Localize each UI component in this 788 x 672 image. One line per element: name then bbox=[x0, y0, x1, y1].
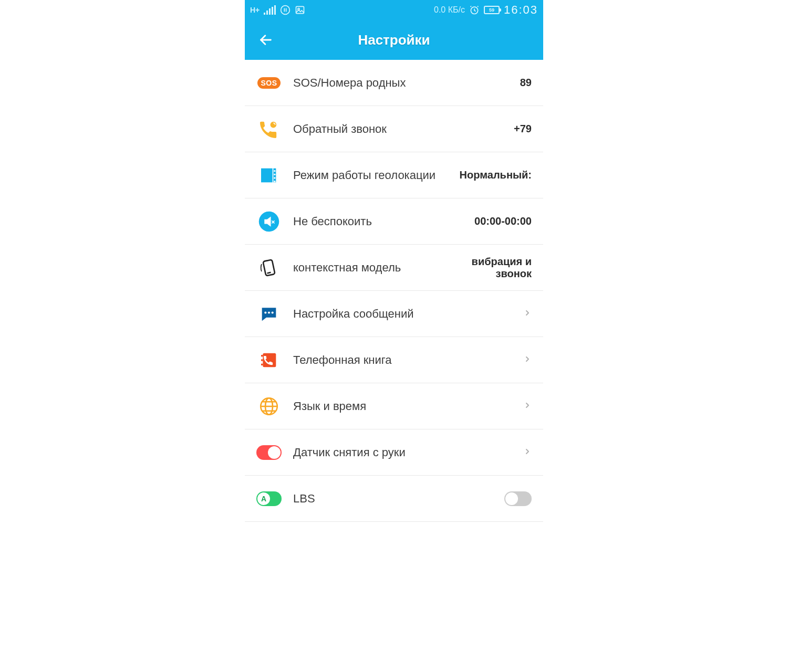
svg-point-12 bbox=[274, 177, 275, 178]
item-dnd-label: Не беспокоить bbox=[293, 215, 474, 228]
app-header: Настройки bbox=[245, 20, 543, 60]
svg-rect-3 bbox=[296, 6, 304, 13]
messages-icon bbox=[256, 301, 282, 327]
svg-rect-25 bbox=[261, 363, 263, 365]
svg-rect-8 bbox=[261, 168, 273, 182]
item-dnd[interactable]: Не беспокоить 00:00-00:00 bbox=[245, 198, 543, 245]
page-title: Настройки bbox=[245, 32, 543, 48]
item-language-time-label: Язык и время bbox=[293, 400, 519, 413]
data-rate-label: 0.0 КБ/с bbox=[434, 5, 465, 15]
signal-icon bbox=[264, 5, 276, 15]
item-profile-value: вибрация и звонок bbox=[437, 256, 532, 280]
item-callback-label: Обратный звонок bbox=[293, 122, 514, 136]
item-lbs[interactable]: LBS bbox=[245, 476, 543, 522]
item-messages-label: Настройка сообщений bbox=[293, 307, 519, 321]
item-geolocation-mode[interactable]: Режим работы геолокации Нормальный: bbox=[245, 152, 543, 198]
item-sos-value: 89 bbox=[520, 77, 532, 89]
item-callback-value: +79 bbox=[514, 123, 532, 135]
status-bar: H+ 0.0 КБ/с 59 16:03 bbox=[245, 0, 543, 20]
item-language-time[interactable]: Язык и время bbox=[245, 383, 543, 429]
status-left: H+ bbox=[250, 5, 305, 15]
pause-circle-icon bbox=[280, 5, 291, 15]
svg-point-10 bbox=[274, 170, 275, 172]
item-phonebook-label: Телефонная книга bbox=[293, 353, 519, 367]
item-lbs-label: LBS bbox=[293, 492, 504, 506]
vibrate-phone-icon bbox=[256, 255, 282, 280]
item-callback[interactable]: Обратный звонок +79 bbox=[245, 106, 543, 152]
network-type-indicator: H+ bbox=[250, 6, 260, 14]
phone-frame: H+ 0.0 КБ/с 59 16:03 Настройки SOS SOS/Н… bbox=[245, 0, 543, 672]
battery-icon: 59 bbox=[484, 6, 500, 14]
item-dnd-value: 00:00-00:00 bbox=[474, 215, 532, 227]
svg-point-19 bbox=[264, 311, 266, 313]
geolocation-icon bbox=[256, 163, 282, 188]
svg-rect-24 bbox=[261, 359, 263, 361]
back-button[interactable] bbox=[255, 29, 276, 50]
status-right: 0.0 КБ/с 59 16:03 bbox=[434, 3, 538, 17]
item-profile[interactable]: контекстная модель вибрация и звонок bbox=[245, 245, 543, 291]
chevron-right-icon bbox=[523, 309, 532, 319]
svg-point-0 bbox=[281, 6, 290, 15]
arrow-left-icon bbox=[258, 33, 273, 47]
svg-rect-23 bbox=[261, 355, 263, 356]
picture-icon bbox=[295, 5, 305, 15]
globe-icon bbox=[256, 394, 282, 419]
alarm-icon bbox=[469, 5, 480, 15]
item-sos[interactable]: SOS SOS/Номера родных 89 bbox=[245, 60, 543, 106]
chevron-right-icon bbox=[523, 447, 532, 458]
item-takeoff-sensor[interactable]: Датчик снятия с руки bbox=[245, 429, 543, 476]
svg-line-18 bbox=[267, 272, 271, 273]
svg-point-20 bbox=[268, 311, 270, 313]
item-geolocation-value: Нормальный: bbox=[460, 169, 532, 181]
item-geolocation-label: Режим работы геолокации bbox=[293, 169, 460, 182]
phonebook-icon bbox=[256, 348, 282, 373]
item-takeoff-sensor-label: Датчик снятия с руки bbox=[293, 446, 519, 459]
callback-phone-icon bbox=[256, 117, 282, 142]
item-messages[interactable]: Настройка сообщений bbox=[245, 291, 543, 337]
item-phonebook[interactable]: Телефонная книга bbox=[245, 337, 543, 383]
svg-point-11 bbox=[274, 173, 275, 175]
item-sos-label: SOS/Номера родных bbox=[293, 76, 520, 90]
chevron-right-icon bbox=[523, 401, 532, 412]
item-profile-label: контекстная модель bbox=[293, 261, 437, 275]
lbs-icon bbox=[256, 486, 282, 511]
takeoff-sensor-icon bbox=[256, 440, 282, 465]
clock-label: 16:03 bbox=[504, 3, 538, 17]
sos-icon: SOS bbox=[256, 70, 282, 96]
chevron-right-icon bbox=[523, 355, 532, 365]
mute-icon bbox=[256, 209, 282, 234]
settings-list: SOS SOS/Номера родных 89 Обратный звонок… bbox=[245, 60, 543, 522]
svg-point-21 bbox=[272, 311, 274, 313]
lbs-toggle[interactable] bbox=[504, 491, 532, 506]
svg-point-13 bbox=[274, 181, 275, 182]
